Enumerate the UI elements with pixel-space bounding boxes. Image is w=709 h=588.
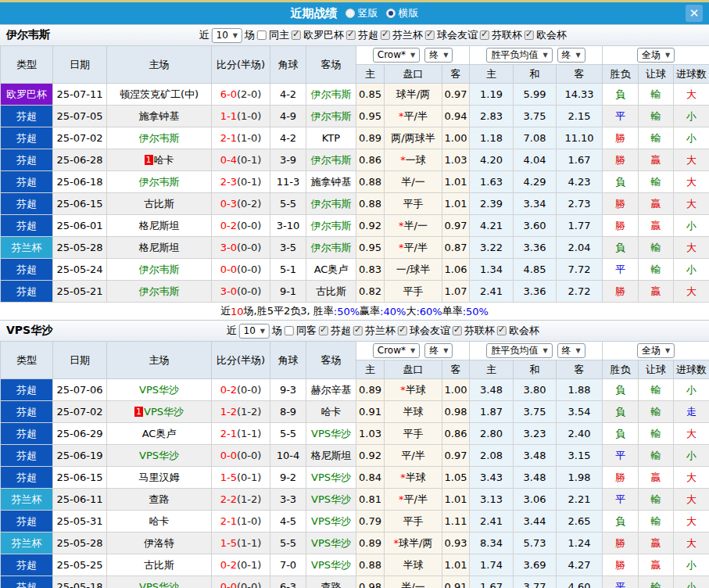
team-name-heading: 伊尔韦斯 (6, 28, 50, 42)
same-venue-checkbox[interactable] (285, 326, 294, 335)
table-row: 芬超25-06-15马里汉姆1-5(0-1)9-2VPS华沙0.84*半球1.0… (1, 467, 709, 489)
fulltime-score: 0-2 (220, 384, 237, 396)
table-row: 芬超25-06-281哈卡0-4(0-1)3-9伊尔韦斯0.86*一球1.034… (1, 149, 709, 171)
recent-games-select[interactable]: 10▼ (212, 28, 242, 43)
home-team-cell: 伊尔韦斯 (107, 259, 212, 281)
handicap-text: 半/一 (401, 176, 424, 188)
halftime-score: (0-2) (237, 198, 261, 210)
avg-time-select[interactable]: 终▼ (557, 48, 585, 63)
radio-icon[interactable] (346, 9, 355, 18)
avg-away-odds-cell: 11.10 (557, 127, 603, 149)
score-cell: 0-2(0-1) (212, 554, 270, 576)
away-team-cell: 伊尔韦斯 (306, 193, 356, 215)
recent-games-select-value: 10 (217, 30, 228, 41)
result-goals-cell: 大 (674, 467, 709, 489)
games-suffix-label: 场 (245, 28, 255, 42)
bookmaker-select[interactable]: Crow*▼ (373, 343, 420, 358)
result-wdl-cell: 負 (603, 237, 639, 259)
table-row: 欧罗巴杯25-07-11顿涅茨克矿工(中)6-0(2-0)4-2伊尔韦斯0.85… (1, 84, 709, 106)
avg-away-odds-cell: 3.15 (557, 445, 603, 467)
avg-home-odds-cell: 4.20 (470, 149, 514, 171)
odds-time-select[interactable]: 终▼ (424, 343, 453, 358)
result-handicap-cell: 輸 (639, 259, 674, 281)
league-filter-checkbox[interactable] (346, 30, 356, 40)
summary-text: :40% (380, 306, 406, 317)
result-handicap-cell: 贏 (639, 149, 674, 171)
bookmaker-select-value: Crow* (378, 345, 406, 357)
away-team-cell: 格尼斯坦 (306, 445, 356, 467)
halftime-score: (0-1) (237, 154, 261, 166)
avg-away-odds-cell: 14.33 (557, 84, 603, 106)
odds-time-select[interactable]: 终▼ (424, 48, 453, 63)
league-filter-checkbox[interactable] (381, 30, 390, 40)
table-row: 芬超25-07-06VPS华沙0-2(0-0)9-3赫尔辛基0.89*半球1.0… (1, 379, 709, 401)
halftime-score: (0-0) (237, 384, 261, 396)
avg-time-select-value: 终 (562, 345, 571, 357)
radio-icon[interactable] (386, 9, 396, 18)
league-filter-checkbox[interactable] (453, 326, 462, 335)
handicap-cell: *半球 (385, 379, 442, 401)
table-row: 芬超25-07-02伊尔韦斯2-1(1-0)4-2KTP0.89两/两球半1.0… (1, 127, 709, 149)
league-filter-checkbox[interactable] (525, 30, 534, 40)
handicap-text: 半球 (406, 471, 426, 483)
bookmaker-select[interactable]: Crow*▼ (373, 48, 420, 63)
result-wdl-cell: 平 (603, 106, 639, 127)
league-filter-label: 芬兰杯 (392, 28, 423, 42)
avg-odds-select[interactable]: 胜平负均值▼ (486, 48, 552, 63)
crown-home-odds-cell: 0.88 (356, 193, 385, 215)
handicap-cell: 半/一 (385, 171, 442, 193)
team-name: 格尼斯坦 (311, 450, 352, 461)
horizontal-layout-radio[interactable]: 横版 (386, 6, 419, 20)
chevron-down-icon: ▼ (576, 345, 581, 357)
away-team-cell: 施拿钟基 (306, 171, 356, 193)
away-team-cell: VPS华沙 (306, 532, 356, 554)
sub-column-header: 主 (356, 65, 385, 84)
fulltime-score: 0-0 (220, 581, 237, 588)
avg-time-select[interactable]: 终▼ (557, 343, 585, 358)
column-header: 比分(半场) (212, 46, 270, 84)
table-row: 芬超25-06-18伊尔韦斯2-3(0-1)11-3施拿钟基0.88半/一1.0… (1, 171, 709, 193)
handicap-cell: 平手 (385, 511, 442, 532)
red-card-badge: 1 (145, 155, 153, 165)
vertical-layout-radio[interactable]: 竖版 (346, 6, 378, 20)
league-filter-checkbox[interactable] (425, 30, 435, 40)
table-row: 芬超25-07-05施拿钟基1-1(1-0)4-9伊尔韦斯0.95*平/半0.9… (1, 106, 709, 127)
avg-odds-select[interactable]: 胜平负均值▼ (486, 343, 552, 358)
home-team-cell: 伊尔韦斯 (107, 127, 212, 149)
halftime-score: (0-0) (237, 285, 261, 297)
avg-draw-odds-cell: 3.36 (514, 237, 557, 259)
halftime-score: (0-0) (237, 242, 261, 253)
team-name: 哈卡 (154, 154, 174, 166)
chevron-down-icon: ▼ (443, 49, 448, 61)
date-cell: 25-07-06 (53, 379, 107, 401)
result-handicap-cell: 贏 (639, 467, 674, 489)
sub-column-header: 进球数 (674, 360, 709, 379)
result-goals-cell: 大 (674, 171, 709, 193)
fulltime-select[interactable]: 全场▼ (637, 48, 675, 63)
result-handicap-cell: 輸 (639, 237, 674, 259)
crown-home-odds-cell: 0.85 (356, 84, 385, 106)
result-handicap-cell: 贏 (639, 554, 674, 576)
close-icon[interactable]: ✕ (686, 5, 703, 22)
league-filter-checkbox[interactable] (292, 30, 301, 40)
avg-home-odds-cell: 2.83 (470, 106, 514, 127)
recent-games-select[interactable]: 10▼ (239, 324, 270, 339)
league-filter-checkbox[interactable] (497, 326, 507, 335)
league-filter-checkbox[interactable] (319, 326, 328, 335)
avg-home-odds-cell: 1.87 (470, 401, 514, 423)
league-filter-checkbox[interactable] (353, 326, 363, 335)
column-header: 客场 (306, 342, 356, 379)
crown-away-odds-cell: 1.00 (442, 127, 470, 149)
same-venue-checkbox[interactable] (257, 30, 267, 40)
avg-away-odds-cell: 4.60 (557, 576, 603, 588)
team-name: 伊尔韦斯 (139, 264, 180, 275)
league-filter-checkbox[interactable] (398, 326, 407, 335)
fulltime-select[interactable]: 全场▼ (637, 343, 675, 358)
result-handicap-cell: 贏 (639, 215, 674, 237)
summary-text: :50% (334, 306, 360, 317)
halftime-score: (1-0) (237, 132, 261, 144)
league-filter-checkbox[interactable] (480, 30, 489, 40)
away-team-cell: VPS华沙 (306, 511, 356, 532)
result-handicap-cell: 輸 (639, 106, 674, 127)
team-name: VPS华沙 (139, 581, 179, 588)
